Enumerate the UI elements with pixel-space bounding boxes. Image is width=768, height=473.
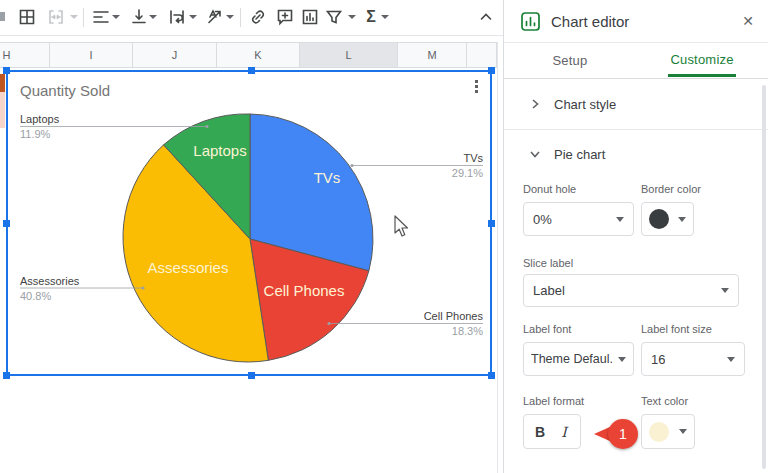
- tab-setup[interactable]: Setup: [504, 43, 636, 78]
- text-color-select[interactable]: [641, 414, 695, 449]
- resize-handle-w[interactable]: [3, 220, 10, 227]
- section-divider: [504, 129, 768, 130]
- callout-laptops-name: Laptops: [20, 113, 60, 125]
- create-filter-icon[interactable]: [324, 7, 344, 27]
- text-rotation-icon[interactable]: [205, 7, 225, 27]
- dropdown-caret-icon: [678, 217, 686, 222]
- border-color-label: Border color: [641, 183, 701, 195]
- slice-label-assessories: Assessories: [148, 259, 229, 276]
- label-font-select[interactable]: Theme Defaul...: [523, 342, 634, 376]
- merge-cells-icon[interactable]: [46, 7, 66, 27]
- mouse-cursor-icon: [393, 215, 411, 243]
- resize-handle-n[interactable]: [248, 67, 255, 74]
- insert-comment-icon[interactable]: [275, 7, 295, 27]
- label-font-label: Label font: [523, 323, 571, 335]
- toolbar-separator: [83, 8, 84, 27]
- vertical-align-dropdown[interactable]: [149, 15, 157, 19]
- clipped-cell-content: [0, 74, 5, 92]
- dropdown-caret-icon: [721, 288, 729, 293]
- text-wrapping-icon[interactable]: [167, 7, 187, 27]
- column-header-h[interactable]: H: [0, 43, 50, 67]
- bold-button[interactable]: B: [528, 424, 552, 440]
- resize-handle-s[interactable]: [248, 372, 255, 379]
- panel-title: Chart editor: [551, 13, 629, 30]
- donut-hole-select[interactable]: 0%: [523, 202, 634, 236]
- label-font-size-select[interactable]: 16: [641, 342, 745, 376]
- callout-tvs-pct: 29.1%: [452, 167, 483, 179]
- annotation-badge-1: 1: [594, 419, 640, 449]
- callout-assessories-name: Assessories: [20, 275, 80, 287]
- chevron-down-icon: [529, 148, 541, 160]
- horizontal-align-icon[interactable]: [91, 7, 111, 27]
- functions-icon[interactable]: Σ: [361, 7, 381, 27]
- resize-handle-e[interactable]: [488, 220, 495, 227]
- close-icon[interactable]: ✕: [742, 13, 754, 29]
- dropdown-caret-icon: [679, 429, 687, 434]
- column-header-i[interactable]: I: [50, 43, 133, 67]
- text-color-label: Text color: [641, 395, 688, 407]
- section-chart-style[interactable]: Chart style: [504, 79, 768, 129]
- tab-customize[interactable]: Customize: [636, 43, 768, 78]
- dropdown-caret-icon: [616, 217, 624, 222]
- column-header-k[interactable]: K: [217, 43, 300, 67]
- slice-label-select[interactable]: Label: [523, 274, 739, 307]
- label-font-size-label: Label font size: [641, 323, 712, 335]
- label-format-box: B I: [523, 414, 581, 449]
- panel-header: Chart editor ✕: [504, 0, 768, 43]
- resize-handle-ne[interactable]: [488, 67, 495, 74]
- section-pie-chart[interactable]: Pie chart: [504, 140, 768, 168]
- filter-views-dropdown[interactable]: [348, 15, 356, 19]
- clipped-toolbar-icon: [0, 12, 5, 21]
- insert-chart-icon[interactable]: [300, 7, 320, 27]
- dropdown-caret-icon: [727, 357, 735, 362]
- panel-tabs: Setup Customize: [504, 43, 768, 79]
- insert-link-icon[interactable]: [248, 7, 268, 27]
- text-color-swatch: [649, 422, 669, 442]
- vertical-align-icon[interactable]: [129, 7, 149, 27]
- column-header-row: H I J K L M: [0, 42, 497, 68]
- column-header-partial[interactable]: [467, 43, 497, 67]
- italic-button[interactable]: I: [552, 424, 576, 440]
- pie-chart: TVs Cell Phones Assessories Laptops Lapt…: [8, 72, 490, 374]
- slice-label-tvs: TVs: [314, 169, 341, 186]
- toolbar-separator: [240, 8, 241, 27]
- slice-label-cell-phones: Cell Phones: [264, 282, 345, 299]
- clipped-cell-content: [0, 92, 5, 128]
- text-rotation-dropdown[interactable]: [226, 15, 234, 19]
- horizontal-align-dropdown[interactable]: [112, 15, 120, 19]
- sheet-gridline: [497, 42, 498, 473]
- resize-handle-sw[interactable]: [3, 372, 10, 379]
- resize-handle-nw[interactable]: [3, 67, 10, 74]
- text-wrapping-dropdown[interactable]: [189, 15, 197, 19]
- resize-handle-se[interactable]: [488, 372, 495, 379]
- column-header-j[interactable]: J: [133, 43, 217, 67]
- chart-object[interactable]: Quantity Sold TVs Cell Phones Assessorie…: [6, 70, 492, 376]
- slice-label-label: Slice label: [523, 257, 573, 269]
- border-color-select[interactable]: [641, 202, 694, 236]
- callout-cell-phones-name: Cell Phones: [424, 310, 484, 322]
- collapse-toolbar-icon[interactable]: [476, 7, 496, 27]
- chart-editor-panel: Chart editor ✕ Setup Customize Chart sty…: [503, 0, 768, 473]
- column-header-l[interactable]: L: [300, 43, 398, 67]
- callout-laptops-pct: 11.9%: [20, 128, 51, 140]
- chevron-right-icon: [529, 98, 541, 110]
- callout-cell-phones-pct: 18.3%: [452, 325, 483, 337]
- chart-editor-icon: [521, 12, 540, 35]
- google-sheets-window: Σ H I J K L M Quantity Sold TVs Cell Pho…: [0, 0, 768, 473]
- column-header-m[interactable]: M: [398, 43, 467, 67]
- panel-scrollbar[interactable]: [762, 85, 766, 469]
- toolbar: Σ: [0, 0, 503, 36]
- functions-dropdown[interactable]: [381, 15, 389, 19]
- callout-tvs-name: TVs: [463, 152, 483, 164]
- label-format-label: Label format: [523, 395, 584, 407]
- callout-assessories-pct: 40.8%: [20, 290, 51, 302]
- slice-label-laptops: Laptops: [193, 142, 246, 159]
- merge-cells-dropdown[interactable]: [70, 15, 78, 19]
- donut-hole-label: Donut hole: [523, 183, 576, 195]
- borders-icon[interactable]: [17, 7, 37, 27]
- border-color-swatch: [649, 209, 669, 229]
- dropdown-caret-icon: [618, 357, 626, 362]
